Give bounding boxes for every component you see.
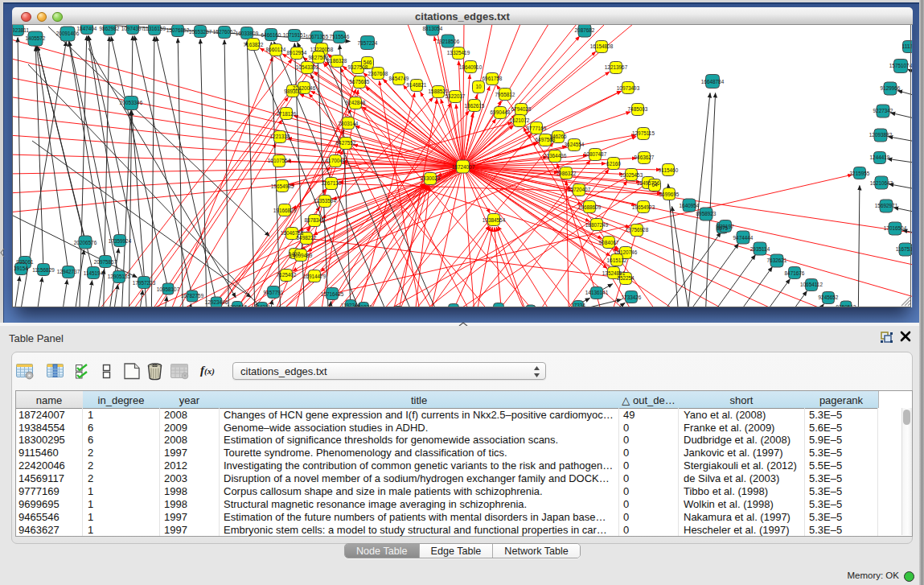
svg-text:1733426: 1733426: [622, 295, 642, 300]
svg-text:17359924: 17359924: [109, 238, 132, 244]
svg-text:10807487: 10807487: [584, 151, 607, 157]
svg-text:6466160: 6466160: [261, 32, 281, 38]
svg-text:935061: 935061: [16, 259, 34, 265]
svg-text:7485003: 7485003: [628, 106, 648, 112]
svg-text:10653287: 10653287: [189, 29, 212, 35]
svg-text:19923811: 19923811: [13, 27, 29, 33]
svg-text:17334: 17334: [571, 303, 585, 307]
svg-text:10654112: 10654112: [800, 282, 823, 287]
svg-text:11316159: 11316159: [143, 26, 166, 31]
svg-text:7625402: 7625402: [277, 272, 297, 278]
svg-text:9327508: 9327508: [348, 64, 368, 70]
svg-text:8878342: 8878342: [305, 217, 325, 223]
svg-text:1405572: 1405572: [26, 35, 46, 41]
svg-text:18724007: 18724007: [452, 164, 475, 170]
svg-text:16107554: 16107554: [268, 158, 291, 163]
svg-text:96102: 96102: [491, 306, 506, 307]
svg-text:2830023: 2830023: [421, 175, 441, 181]
svg-text:174311: 174311: [254, 304, 271, 307]
svg-text:7515546: 7515546: [330, 34, 350, 39]
svg-text:2803144: 2803144: [339, 121, 359, 126]
svg-text:1640954: 1640954: [680, 203, 700, 208]
svg-text:11156829: 11156829: [32, 267, 55, 273]
svg-text:8471676: 8471676: [785, 270, 805, 276]
svg-text:6961758: 6961758: [483, 76, 503, 81]
svg-text:39154: 39154: [14, 266, 28, 271]
svg-text:10: 10: [475, 84, 482, 89]
svg-text:15276062: 15276062: [213, 29, 236, 35]
svg-text:20206576: 20206576: [74, 240, 97, 245]
svg-text:64: 64: [651, 182, 658, 187]
svg-text:13226058: 13226058: [310, 47, 334, 52]
svg-text:15692971: 15692971: [875, 203, 898, 208]
svg-text:2087682: 2087682: [575, 27, 595, 33]
svg-text:10671355: 10671355: [306, 34, 329, 39]
svg-text:7986322: 7986322: [556, 171, 577, 176]
svg-text:1290515: 1290515: [228, 304, 248, 307]
svg-text:1145194: 1145194: [84, 270, 104, 276]
svg-text:3267130: 3267130: [322, 180, 342, 186]
svg-text:17957223: 17957223: [133, 280, 156, 286]
svg-text:10688609: 10688609: [578, 204, 602, 210]
svg-text:2367608: 2367608: [368, 71, 388, 76]
svg-text:9115460: 9115460: [659, 167, 679, 173]
svg-text:9463627: 9463627: [634, 154, 655, 160]
svg-text:20975867: 20975867: [94, 259, 117, 265]
svg-text:10958107: 10958107: [157, 286, 180, 292]
svg-text:2935114: 2935114: [750, 246, 770, 252]
svg-text:13325419: 13325419: [447, 50, 470, 56]
svg-text:8454749: 8454749: [389, 76, 409, 81]
svg-text:19384554: 19384554: [483, 217, 506, 223]
svg-text:9457791: 9457791: [264, 290, 284, 295]
svg-text:9474444: 9474444: [733, 235, 754, 241]
svg-text:10973493: 10973493: [617, 85, 640, 91]
svg-text:10543392: 10543392: [296, 64, 319, 70]
svg-text:1167533: 1167533: [896, 246, 912, 252]
svg-text:9699695: 9699695: [659, 192, 680, 197]
svg-text:6497568: 6497568: [536, 137, 556, 142]
svg-text:5675685: 5675685: [350, 79, 370, 84]
svg-text:161102: 161102: [446, 306, 462, 307]
svg-text:1244419: 1244419: [870, 154, 890, 160]
svg-text:546: 546: [363, 60, 372, 65]
svg-text:19218506: 19218506: [437, 39, 460, 44]
svg-text:1221338: 1221338: [270, 134, 290, 139]
svg-text:8912954: 8912954: [287, 50, 307, 56]
svg-text:8427552: 8427552: [336, 140, 356, 146]
svg-text:12975115: 12975115: [632, 130, 655, 136]
svg-text:9227342: 9227342: [873, 108, 893, 113]
svg-text:19654985: 19654985: [271, 183, 294, 189]
svg-text:18807249: 18807249: [585, 222, 609, 228]
svg-text:10719151: 10719151: [283, 32, 306, 38]
svg-text:19756928: 19756928: [626, 227, 649, 233]
svg-text:12923446: 12923446: [205, 299, 228, 305]
svg-text:1615132: 1615132: [607, 257, 627, 263]
svg-text:5322037: 5322037: [446, 93, 466, 99]
svg-text:16648784: 16648784: [701, 79, 725, 84]
svg-text:10025453: 10025453: [620, 172, 643, 178]
svg-text:1847404: 1847404: [77, 26, 97, 31]
svg-text:8958923: 8958923: [696, 211, 717, 216]
svg-text:989303: 989303: [284, 89, 302, 94]
svg-text:15751074: 15751074: [889, 63, 912, 68]
svg-text:4170046: 4170046: [326, 158, 346, 163]
svg-text:11124: 11124: [902, 43, 912, 49]
svg-text:8186328: 8186328: [327, 58, 347, 64]
svg-text:16033809: 16033809: [236, 31, 259, 36]
svg-text:252254: 252254: [617, 275, 634, 281]
svg-text:9827503: 9827503: [309, 55, 329, 60]
svg-text:16782759: 16782759: [181, 293, 204, 299]
svg-text:20053346: 20053346: [120, 100, 143, 105]
svg-text:17016504: 17016504: [884, 225, 907, 231]
svg-text:9750512: 9750512: [836, 304, 856, 307]
svg-text:14099489: 14099489: [290, 253, 313, 258]
svg-text:3215955: 3215955: [850, 171, 870, 176]
svg-text:9129966: 9129966: [881, 85, 901, 91]
svg-text:12905135: 12905135: [108, 274, 131, 279]
svg-text:16210643: 16210643: [870, 180, 893, 186]
svg-text:939197: 939197: [717, 224, 734, 229]
svg-text:12093882: 12093882: [869, 132, 893, 138]
svg-text:9862982: 9862982: [100, 26, 120, 31]
svg-text:21364436: 21364436: [544, 153, 567, 159]
svg-text:7163822: 7163822: [244, 42, 264, 47]
